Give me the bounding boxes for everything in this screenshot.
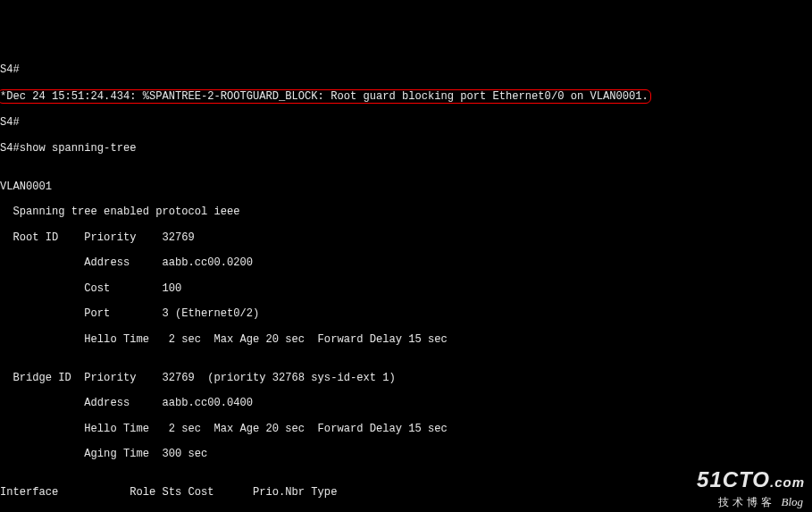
interface-table-header: Interface Role Sts Cost Prio.Nbr Type	[0, 486, 812, 499]
cmd-show-spanning-tree: S4#show spanning-tree	[0, 142, 812, 155]
vlan-id: VLAN0001	[0, 180, 812, 193]
prompt-line: S4#	[0, 116, 812, 129]
prompt-line: S4#	[0, 63, 812, 76]
log-rootguard-block: *Dec 24 15:51:24.434: %SPANTREE-2-ROOTGU…	[0, 89, 812, 104]
terminal-output: S4# *Dec 24 15:51:24.434: %SPANTREE-2-RO…	[0, 51, 812, 512]
watermark-logo: 51CTO.com	[697, 467, 805, 492]
watermark-sub: 技术博客Blog	[718, 495, 803, 508]
highlight-rootguard: *Dec 24 15:51:24.434: %SPANTREE-2-ROOTGU…	[0, 89, 651, 104]
